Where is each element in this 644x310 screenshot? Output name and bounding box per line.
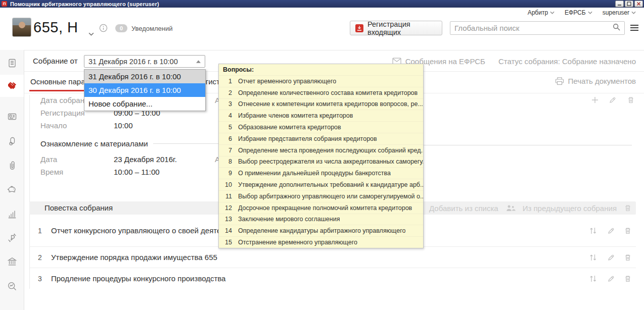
up-down-arrows-icon <box>588 275 599 283</box>
chevron-down-icon <box>631 11 636 14</box>
question-number: 3 <box>219 100 232 108</box>
add-from-list-button[interactable]: Добавить из списка <box>429 204 498 213</box>
question-text: Утверждение дополнительных требований к … <box>238 181 423 188</box>
menu-efrsb[interactable]: ЕФРСБ <box>565 9 592 16</box>
sidebar-item-bank[interactable] <box>0 250 24 273</box>
from-previous-meeting-button[interactable]: Из предыдущего собрания <box>523 204 617 213</box>
question-text: О применении дальнейшей процедуры банкро… <box>238 170 391 177</box>
edit-button[interactable] <box>609 96 617 104</box>
scroll-icon <box>7 136 17 146</box>
question-text: Досрочное прекращение полномочий комитет… <box>238 204 412 212</box>
search-input[interactable] <box>450 24 613 32</box>
question-item: 9О применении дальнейшей процедуры банкр… <box>219 167 423 179</box>
trash-icon <box>627 96 635 104</box>
meeting-select[interactable]: 31 Декабря 2016 г. в 10:00 <box>84 55 205 68</box>
question-number: 6 <box>219 135 232 142</box>
agenda-item-row[interactable]: 3 Продление процедуры конкурсного произв… <box>29 268 636 289</box>
materials-date-label: Дата <box>40 155 57 164</box>
download-icon <box>355 24 363 33</box>
info-icon[interactable] <box>99 24 108 34</box>
bank-icon <box>7 256 17 267</box>
question-item: 1Отчет временного управляющего <box>219 75 423 87</box>
search-chart-icon <box>7 281 17 291</box>
register-incoming-label: Регистрация входящих <box>367 20 437 36</box>
chevron-down-icon[interactable] <box>88 29 94 38</box>
menu-arbitr[interactable]: Арбитр <box>528 9 555 16</box>
question-item: 13Заключение мирового соглашения <box>219 214 423 225</box>
people-plus-icon[interactable] <box>505 204 516 212</box>
dropdown-option-new-meeting[interactable]: Новое собрание... <box>84 97 205 111</box>
delete-item-button[interactable] <box>624 275 632 283</box>
question-number: 7 <box>219 147 232 154</box>
sidebar-item-documents[interactable] <box>0 130 24 152</box>
up-down-arrows-icon <box>588 227 599 235</box>
handshake-icon <box>6 80 18 92</box>
hamburger-menu-icon[interactable] <box>630 24 639 33</box>
agenda-item-number: 1 <box>38 227 51 235</box>
questions-tooltip: Вопросы: 1Отчет временного управляющего … <box>218 64 424 248</box>
sidebar-item-analytics[interactable] <box>0 203 24 225</box>
materials-time-value: 10:00 – 11:00 <box>114 168 160 176</box>
sidebar-item-search-analysis[interactable] <box>0 275 24 297</box>
pencil-icon <box>607 253 615 262</box>
ruble-exchange-icon <box>7 233 17 243</box>
edit-item-button[interactable] <box>607 275 615 283</box>
sidebar-item-finance[interactable] <box>0 178 24 200</box>
question-text: Отстранение временного управляющего <box>238 239 357 246</box>
sidebar-item-attachments[interactable] <box>0 154 24 177</box>
move-item-button[interactable] <box>588 253 599 262</box>
window-titlebar: П Помощник арбитражного управляющего (su… <box>0 0 644 8</box>
notifications-badge: 0 <box>115 24 127 32</box>
search-icon[interactable] <box>613 23 620 33</box>
edit-item-button[interactable] <box>607 227 615 235</box>
question-item: 6Избрание представителя собрания кредито… <box>219 133 423 144</box>
meeting-from-label: Собрание от <box>33 57 78 65</box>
chevron-down-icon <box>550 11 555 14</box>
maximize-button[interactable] <box>625 1 633 7</box>
agenda-item-row[interactable]: 2 Утверждение порядка продажи имущества … <box>29 246 636 268</box>
question-text: Выбор реестродержателя из числа аккредит… <box>238 158 423 165</box>
delete-item-button[interactable] <box>624 227 632 235</box>
notifications[interactable]: 0 Уведомлений <box>115 24 173 32</box>
move-item-button[interactable] <box>588 275 599 283</box>
sidebar-item-report[interactable] <box>0 52 24 74</box>
up-down-arrows-icon <box>588 253 599 262</box>
register-incoming-button[interactable]: Регистрация входящих <box>350 21 442 35</box>
avatar[interactable] <box>12 18 31 37</box>
plus-icon <box>591 96 599 104</box>
trash-icon <box>624 275 632 283</box>
question-text: Определение кандидатуры арбитражного упр… <box>238 227 405 234</box>
delete-button[interactable] <box>627 96 635 104</box>
question-item: 4Избрание членов комитета кредиторов <box>219 110 423 121</box>
registration-time-label: Регистрация <box>40 109 85 117</box>
print-documents-button[interactable]: Печать документов <box>555 77 636 85</box>
chevron-down-icon <box>588 11 592 14</box>
close-button[interactable] <box>634 1 643 7</box>
materials-section-title: Ознакомление с материалами <box>40 139 148 148</box>
question-item: 11Выбор арбитражного управляющего или са… <box>219 190 423 202</box>
delete-item-button[interactable] <box>624 253 632 262</box>
maximize-icon <box>627 2 631 6</box>
agenda-item-number: 3 <box>38 275 51 283</box>
add-button[interactable] <box>591 96 599 104</box>
sidebar-item-contacts[interactable] <box>0 106 24 128</box>
question-number: 8 <box>219 158 232 165</box>
piggy-bank-icon <box>7 184 17 194</box>
app-logo-icon: П <box>2 1 7 7</box>
dropdown-option[interactable]: 30 Декабря 2016 г. в 10:00 <box>84 83 205 97</box>
sidebar-item-meetings[interactable] <box>0 75 24 97</box>
materials-date-value: 23 Декабря 2016г. <box>114 155 177 164</box>
question-text: Отнесение к компетенции комитета кредито… <box>238 100 423 108</box>
menu-user[interactable]: superuser <box>603 9 636 16</box>
agenda-item-number: 2 <box>38 253 51 262</box>
sidebar-item-ruble-operations[interactable] <box>0 227 24 249</box>
agenda-item-text: Утверждение порядка продажи имущества 65… <box>51 253 588 262</box>
report-icon <box>7 58 17 68</box>
delete-agenda-button[interactable] <box>624 204 632 212</box>
edit-item-button[interactable] <box>607 253 615 262</box>
minimize-button[interactable] <box>615 1 624 7</box>
dropdown-option[interactable]: 31 Декабря 2016 г. в 10:00 <box>84 70 205 83</box>
case-title[interactable]: 655, Н <box>33 19 78 36</box>
paperclip-icon <box>7 161 17 171</box>
move-item-button[interactable] <box>588 227 599 235</box>
